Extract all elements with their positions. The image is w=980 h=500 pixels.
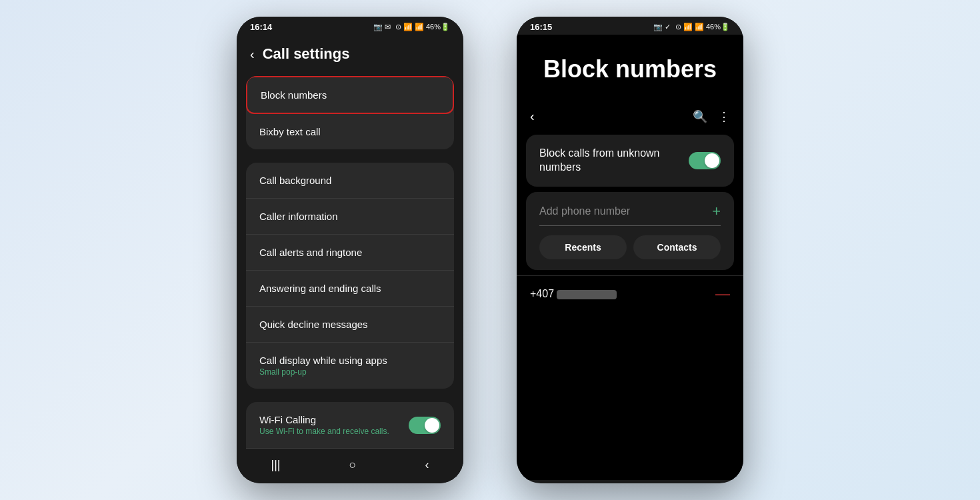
wifi-calling-item[interactable]: Wi-Fi Calling Use Wi-Fi to make and rece… <box>246 402 454 449</box>
blocked-number-value: +407 <box>530 288 617 300</box>
settings-group-1: Block numbers Bixby text call <box>246 76 454 149</box>
phone1-content: ‹ Call settings Block numbers Bixby text… <box>237 35 463 480</box>
block-numbers-hero: Block numbers <box>517 35 743 103</box>
phone1-signal-icons: ⊙ 📶 📶 46%🔋 <box>395 23 450 31</box>
phone1-bottom-nav: ||| ○ ‹ <box>237 449 463 483</box>
nav-home-btn[interactable]: ○ <box>349 458 357 472</box>
block-unknown-label: Block calls from unknown numbers <box>539 147 686 175</box>
recents-filter-btn[interactable]: Recents <box>539 235 627 259</box>
phone1-notif-icons: 📷 ✉ <box>373 23 391 31</box>
wifi-calling-row: Wi-Fi Calling Use Wi-Fi to make and rece… <box>259 414 441 436</box>
call-background-item[interactable]: Call background <box>246 163 454 199</box>
add-number-input[interactable]: Add phone number <box>539 205 630 217</box>
phone2-notif-icons: 📷 ✓ <box>653 23 671 31</box>
add-number-plus-btn[interactable]: + <box>712 203 721 220</box>
bixby-text-call-item[interactable]: Bixby text call <box>246 114 454 149</box>
call-alerts-item[interactable]: Call alerts and ringtone <box>246 235 454 271</box>
phone2-status-bar: 16:15 📷 ✓ ⊙ 📶 📶 46%🔋 <box>517 17 743 35</box>
block-unknown-section: Block calls from unknown numbers <box>526 135 734 187</box>
wifi-calling-text: Wi-Fi Calling Use Wi-Fi to make and rece… <box>259 414 389 436</box>
call-display-sub: Small pop-up <box>259 367 441 377</box>
phone2-content: Block numbers ‹ 🔍 ⋮ Block calls from unk… <box>517 35 743 480</box>
more-options-icon[interactable]: ⋮ <box>718 109 730 124</box>
add-number-section: Add phone number + Recents Contacts <box>526 192 734 270</box>
block-numbers-page-title: Block numbers <box>530 55 730 83</box>
phone2-signal-icons: ⊙ 📶 📶 46%🔋 <box>675 23 730 31</box>
call-settings-header: ‹ Call settings <box>237 35 463 73</box>
block-unknown-row: Block calls from unknown numbers <box>539 147 721 175</box>
answering-ending-item[interactable]: Answering and ending calls <box>246 271 454 307</box>
phone1-status-bar: 16:14 📷 ✉ ⊙ 📶 📶 46%🔋 <box>237 17 463 35</box>
toolbar-actions: 🔍 ⋮ <box>693 109 730 124</box>
block-numbers-toolbar: ‹ 🔍 ⋮ <box>517 103 743 129</box>
back-button[interactable]: ‹ <box>250 47 255 62</box>
phone2-status-icons: 📷 ✓ ⊙ 📶 📶 46%🔋 <box>653 23 730 31</box>
remove-blocked-number-btn[interactable]: — <box>715 287 730 301</box>
phone2: 16:15 📷 ✓ ⊙ 📶 📶 46%🔋 Block numbers ‹ 🔍 ⋮ <box>517 17 743 483</box>
phones-container: 16:14 📷 ✉ ⊙ 📶 📶 46%🔋 ‹ Call settings Blo… <box>237 17 743 483</box>
phone2-time: 16:15 <box>530 22 552 32</box>
call-settings-title: Call settings <box>263 45 350 63</box>
wifi-calling-toggle[interactable] <box>409 417 441 434</box>
block-numbers-item[interactable]: Block numbers <box>246 76 454 114</box>
search-icon[interactable]: 🔍 <box>693 109 707 124</box>
phone1-status-icons: 📷 ✉ ⊙ 📶 📶 46%🔋 <box>373 23 450 31</box>
block-numbers-back-btn[interactable]: ‹ <box>530 109 535 124</box>
block-unknown-toggle[interactable] <box>689 152 721 169</box>
phone1-time: 16:14 <box>250 22 272 32</box>
blocked-number-blur <box>557 290 617 299</box>
contacts-filter-btn[interactable]: Contacts <box>633 235 721 259</box>
caller-information-item[interactable]: Caller information <box>246 199 454 235</box>
quick-decline-item[interactable]: Quick decline messages <box>246 307 454 343</box>
nav-back-btn[interactable]: ‹ <box>425 458 429 472</box>
nav-menu-btn[interactable]: ||| <box>271 458 281 472</box>
blocked-number-row: +407 — <box>517 275 743 312</box>
filter-buttons: Recents Contacts <box>539 235 721 259</box>
phone1: 16:14 📷 ✉ ⊙ 📶 📶 46%🔋 ‹ Call settings Blo… <box>237 17 463 483</box>
call-display-item[interactable]: Call display while using apps Small pop-… <box>246 343 454 389</box>
add-number-row: Add phone number + <box>539 203 721 226</box>
settings-group-2: Call background Caller information Call … <box>246 163 454 389</box>
